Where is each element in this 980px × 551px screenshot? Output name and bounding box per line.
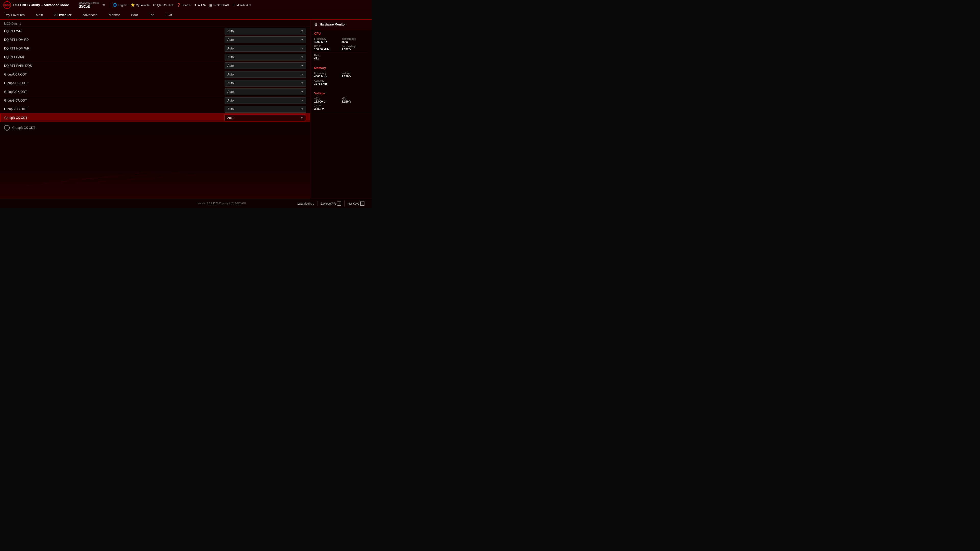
dropdown-groupa-ca-odt[interactable]: Auto ▼ (224, 71, 306, 78)
setting-row-dq-rtt-nom-wr[interactable]: DQ RTT NOM WR Auto ▼ (0, 44, 310, 53)
setting-label-groupb-ck-odt: GroupB CK ODT (4, 116, 224, 120)
dropdown-dq-rtt-park[interactable]: Auto ▼ (224, 54, 306, 60)
setting-label-groupa-ca-odt: GroupA CA ODT (4, 73, 224, 76)
myfavorite-tool-btn[interactable]: ⭐ MyFavorite (130, 3, 150, 7)
question-icon: ❓ (177, 3, 181, 7)
svg-line-4 (25, 171, 153, 186)
memtest-icon: ⊞ (232, 3, 235, 7)
resizebar-icon: ▦ (209, 3, 212, 7)
nav-item-tool[interactable]: Tool (143, 10, 161, 19)
ezmode-button[interactable]: EzMode(F7) → (318, 200, 345, 206)
chevron-down-icon: ▼ (301, 82, 304, 84)
cpu-ratio-value: 49x (314, 57, 368, 60)
ezmode-icon: → (337, 202, 341, 206)
dropdown-dq-rtt-nom-rd[interactable]: Auto ▼ (224, 37, 306, 43)
memory-section-title: Memory (314, 66, 368, 70)
dropdown-dq-rtt-nom-wr[interactable]: Auto ▼ (224, 45, 306, 52)
setting-label-dq-rtt-wr: DQ RTT WR (4, 29, 224, 33)
time-display: 09:59 (79, 4, 90, 9)
cpu-monitor-section: CPU Frequency 4900 MHz Temperature 46°C … (310, 29, 372, 64)
cpu-temperature-value: 46°C (342, 40, 368, 43)
voltage-5v-label: +5V (342, 97, 368, 100)
nav-item-boot[interactable]: Boot (125, 10, 143, 19)
setting-label-groupb-cs-odt: GroupB CS ODT (4, 107, 224, 111)
content-area: MC0 Dimm1 DQ RTT WR Auto ▼ DQ RTT NOM RD… (0, 20, 310, 198)
bg-lines (0, 170, 306, 191)
setting-label-dq-rtt-park-dqs: DQ RTT PARK DQS (4, 64, 224, 68)
search-tool-btn[interactable]: ❓ Search (177, 3, 191, 7)
hotkeys-button[interactable]: Hot Keys ? (345, 200, 368, 206)
nav-item-monitor[interactable]: Monitor (103, 10, 125, 19)
footer-right: Last Modified EzMode(F7) → Hot Keys ? (294, 200, 368, 206)
main-layout: MC0 Dimm1 DQ RTT WR Auto ▼ DQ RTT NOM RD… (0, 20, 372, 198)
globe-icon: 🌐 (113, 3, 117, 7)
chevron-down-icon: ▼ (301, 108, 304, 110)
header-tools: 08/22/2022 Monday 09:59 ⚙ 🌐 English ⭐ My… (79, 2, 369, 9)
sidebar-hardware-monitor: 🖥 Hardware Monitor CPU Frequency 4900 MH… (310, 20, 372, 198)
svg-text:ROG: ROG (4, 4, 10, 7)
footer: Version 2.21.1278 Copyright (C) 2022 AMI… (0, 198, 372, 208)
setting-row-groupb-ck-odt[interactable]: GroupB CK ODT Auto ▼ (0, 114, 310, 122)
setting-row-dq-rtt-wr[interactable]: DQ RTT WR Auto ▼ (0, 27, 310, 35)
svg-line-2 (51, 173, 179, 181)
section-header: MC0 Dimm1 (0, 20, 310, 27)
hotkeys-label: Hot Keys (348, 202, 359, 205)
setting-row-groupa-ck-odt[interactable]: GroupA CK ODT Auto ▼ (0, 87, 310, 96)
qfan-tool-btn[interactable]: ⟳ Qfan Control (153, 3, 173, 7)
cpu-section-title: CPU (314, 32, 368, 35)
aura-tool-btn[interactable]: ✦ AURA (194, 3, 206, 7)
resizebar-tool-btn[interactable]: ▦ ReSize BAR (209, 3, 229, 7)
dropdown-dq-rtt-wr[interactable]: Auto ▼ (224, 28, 306, 35)
sidebar-title: 🖥 Hardware Monitor (310, 20, 372, 29)
cpu-bclk-label: BCLK (314, 45, 341, 48)
setting-row-groupb-ca-odt[interactable]: GroupB CA ODT Auto ▼ (0, 96, 310, 105)
setting-row-dq-rtt-park[interactable]: DQ RTT PARK Auto ▼ (0, 53, 310, 62)
setting-label-groupa-ck-odt: GroupA CK ODT (4, 90, 224, 94)
setting-row-groupa-ca-odt[interactable]: GroupA CA ODT Auto ▼ (0, 70, 310, 79)
nav-item-my-favorites[interactable]: My Favorites (0, 10, 30, 19)
date-display: 08/22/2022 Monday (79, 2, 99, 4)
dropdown-groupa-cs-odt[interactable]: Auto ▼ (224, 80, 306, 86)
dropdown-groupb-cs-odt[interactable]: Auto ▼ (224, 106, 306, 113)
dropdown-groupa-ck-odt[interactable]: Auto ▼ (224, 89, 306, 95)
cpu-ratio-item: Ratio 49x (314, 54, 368, 60)
cpu-ratio-label: Ratio (314, 54, 368, 57)
voltage-monitor-section: Voltage +12V 12.000 V +5V 5.160 V +3.3V … (310, 89, 372, 114)
english-tool-btn[interactable]: 🌐 English (113, 3, 127, 7)
nav-item-ai-tweaker[interactable]: Ai Tweaker (49, 10, 77, 19)
ezmode-label: EzMode(F7) (321, 202, 336, 205)
setting-row-groupb-cs-odt[interactable]: GroupB CS ODT Auto ▼ (0, 105, 310, 114)
star-icon: ⭐ (130, 3, 135, 7)
nav-item-main[interactable]: Main (30, 10, 48, 19)
monitor-icon: 🖥 (314, 22, 318, 27)
fan-icon: ⟳ (153, 3, 156, 7)
header-divider (109, 2, 109, 8)
chevron-down-icon: ▼ (301, 30, 304, 32)
settings-list: DQ RTT WR Auto ▼ DQ RTT NOM RD Auto ▼ DQ… (0, 27, 310, 122)
dropdown-dq-rtt-park-dqs[interactable]: Auto ▼ (224, 62, 306, 69)
setting-row-dq-rtt-park-dqs[interactable]: DQ RTT PARK DQS Auto ▼ (0, 62, 310, 70)
aura-icon: ✦ (194, 3, 197, 7)
memory-monitor-section: Memory Frequency 4800 MHz Voltage 1.120 … (310, 64, 372, 89)
memory-voltage-item: Voltage 1.120 V (342, 72, 368, 78)
nav-item-advanced[interactable]: Advanced (77, 10, 103, 19)
sidebar-title-text: Hardware Monitor (320, 23, 346, 26)
dropdown-groupb-ca-odt[interactable]: Auto ▼ (224, 97, 306, 104)
cpu-temperature-label: Temperature (342, 38, 368, 40)
datetime: 08/22/2022 Monday 09:59 (79, 2, 99, 9)
header-bar: ROG UEFI BIOS Utility – Advanced Mode 08… (0, 0, 372, 10)
nav-item-exit[interactable]: Exit (161, 10, 178, 19)
voltage-12v-value: 12.000 V (314, 100, 341, 103)
memtest-tool-btn[interactable]: ⊞ MemTest86 (232, 3, 251, 7)
last-modified-label: Last Modified (298, 202, 314, 205)
last-modified-button[interactable]: Last Modified (294, 201, 317, 206)
setting-row-groupa-cs-odt[interactable]: GroupA CS ODT Auto ▼ (0, 79, 310, 87)
chevron-down-icon: ▼ (301, 56, 304, 59)
voltage-section-title: Voltage (314, 92, 368, 95)
setting-row-dq-rtt-nom-rd[interactable]: DQ RTT NOM RD Auto ▼ (0, 35, 310, 44)
voltage-33v-item: +3.3V 3.360 V (314, 105, 368, 110)
memory-frequency-label: Frequency (314, 72, 341, 75)
memory-capacity-item: Capacity 32768 MB (314, 79, 368, 85)
settings-gear-icon[interactable]: ⚙ (103, 3, 105, 7)
dropdown-groupb-ck-odt[interactable]: Auto ▼ (224, 114, 306, 121)
